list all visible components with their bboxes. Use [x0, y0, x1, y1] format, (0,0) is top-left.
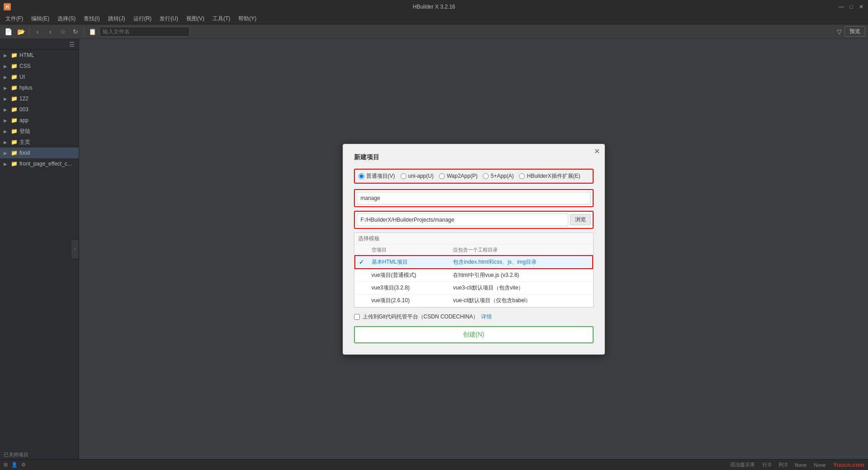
- radio-uniapp[interactable]: uni-app(U): [401, 173, 434, 179]
- sidebar-item-003[interactable]: ▶ 📁 003: [0, 104, 79, 115]
- folder-icon: 📁: [11, 128, 18, 134]
- radio-input-5app[interactable]: [483, 173, 489, 179]
- sidebar-item-front[interactable]: ▶ 📁 front_page_effect_c...: [0, 158, 79, 169]
- sidebar: ☰ ▶ 📁 HTML ▶ 📁 CSS ▶ 📁 UI ▶ 📁 hplus ▶ 📁 …: [0, 39, 79, 459]
- chevron-icon: ▶: [4, 53, 9, 58]
- chevron-icon: ▶: [4, 64, 9, 69]
- folder-icon: 📁: [11, 95, 18, 102]
- chevron-icon: ▶: [4, 151, 9, 156]
- new-file-button[interactable]: 📄: [3, 26, 14, 37]
- template-name-cell: vue3项目(3.2.8): [368, 281, 450, 294]
- chevron-icon: ▶: [4, 96, 9, 101]
- sidebar-item-label: 122: [19, 95, 28, 102]
- file-search-input[interactable]: [99, 27, 190, 37]
- folder-icon: 📁: [11, 139, 18, 145]
- menubar: 文件(F) 编辑(E) 选择(S) 查找(I) 跳转(J) 运行(R) 发行(U…: [0, 14, 868, 24]
- col-indicator: 列:0: [778, 461, 788, 468]
- status-closed-projects: 已关闭项目: [4, 451, 28, 458]
- template-name-cell: 基本HTML项目: [368, 256, 450, 269]
- toolbar-separator-2: [84, 27, 84, 36]
- template-name-cell: vue项目(2.6.10): [368, 294, 450, 307]
- radio-wap2app[interactable]: Wap2App(P): [439, 173, 477, 179]
- sidebar-item-label: food: [19, 150, 30, 156]
- detail-link[interactable]: 详情: [481, 313, 492, 321]
- radio-plugin[interactable]: HBuilderX插件扩展(E): [519, 172, 580, 180]
- menu-file[interactable]: 文件(F): [2, 14, 27, 24]
- close-button[interactable]: ✕: [858, 4, 864, 10]
- star-button[interactable]: ☆: [57, 26, 68, 37]
- maximize-button[interactable]: □: [848, 4, 854, 10]
- forward-button[interactable]: ›: [45, 26, 56, 37]
- menu-edit[interactable]: 编辑(E): [28, 14, 53, 24]
- main-layout: ☰ ▶ 📁 HTML ▶ 📁 CSS ▶ 📁 UI ▶ 📁 hplus ▶ 📁 …: [0, 39, 868, 459]
- check-cell: ✓: [355, 256, 368, 269]
- radio-input-normal[interactable]: [359, 173, 364, 179]
- radio-input-uniapp[interactable]: [401, 173, 406, 179]
- git-checkbox[interactable]: [354, 314, 360, 320]
- new-project-dialog: ✕ 新建项目 普通项目(V) uni-app(U) Wap2App(P): [343, 144, 605, 355]
- template-desc-cell: 包含index.html和css、js、img目录: [449, 256, 592, 269]
- menu-tools[interactable]: 工具(T): [209, 14, 234, 24]
- sidebar-item-label: app: [19, 117, 28, 123]
- template-row-vue2[interactable]: vue项目(2.6.10) vue-cli默认项目（仅包含babel）: [355, 294, 593, 307]
- sidebar-item-homepage[interactable]: ▶ 📁 主页: [0, 137, 79, 147]
- open-file-button[interactable]: 📂: [15, 26, 26, 37]
- statusbar-left-icons: ⊞ 👤 ⚙: [4, 462, 26, 468]
- menu-help[interactable]: 帮助(Y): [235, 14, 260, 24]
- project-name-input[interactable]: [357, 192, 591, 204]
- chevron-icon: ▶: [4, 75, 9, 80]
- watermark: Yuucn.com: [833, 461, 864, 468]
- app-icon: H: [4, 3, 11, 10]
- chevron-icon: ▶: [4, 129, 9, 134]
- create-button[interactable]: 创建(N): [354, 326, 594, 343]
- dialog-close-button[interactable]: ✕: [594, 148, 600, 155]
- chevron-icon: ▶: [4, 161, 9, 166]
- menu-find[interactable]: 查找(I): [80, 14, 103, 24]
- sidebar-item-122[interactable]: ▶ 📁 122: [0, 93, 79, 104]
- template-row-basic-html[interactable]: ✓ 基本HTML项目 包含index.html和css、js、img目录: [355, 256, 593, 269]
- minimize-button[interactable]: —: [838, 4, 844, 10]
- browse-button[interactable]: 浏览: [570, 214, 591, 225]
- sidebar-item-app[interactable]: ▶ 📁 app: [0, 115, 79, 126]
- folder-icon: 📁: [11, 106, 18, 113]
- check-icon: ✓: [359, 258, 364, 266]
- menu-view[interactable]: 视图(V): [183, 14, 208, 24]
- radio-label-wap2app: Wap2App(P): [447, 173, 477, 179]
- sidebar-item-html[interactable]: ▶ 📁 HTML: [0, 50, 79, 61]
- sidebar-item-food[interactable]: ▶ 📁 food: [0, 147, 79, 158]
- sidebar-item-css[interactable]: ▶ 📁 CSS: [0, 61, 79, 71]
- radio-normal-project[interactable]: 普通项目(V): [359, 172, 395, 180]
- template-row-vue-normal[interactable]: vue项目(普通模式) 在html中引用vue.js (v3.2.8): [355, 269, 593, 282]
- menu-publish[interactable]: 发行(U): [156, 14, 182, 24]
- sidebar-item-ui[interactable]: ▶ 📁 UI: [0, 71, 79, 82]
- sidebar-item-label: UI: [19, 74, 25, 80]
- sidebar-item-label: 主页: [19, 138, 30, 146]
- template-row-vue3[interactable]: vue3项目(3.2.8) vue3-cli默认项目（包含vite）: [355, 281, 593, 294]
- refresh-button[interactable]: ↻: [70, 26, 81, 37]
- template-table-body: ✓ 基本HTML项目 包含index.html和css、js、img目录 vue…: [355, 256, 593, 307]
- template-desc-cell: vue3-cli默认项目（包含vite）: [449, 281, 592, 294]
- menu-run[interactable]: 运行(R): [130, 14, 156, 24]
- sidebar-menu-icon[interactable]: ☰: [69, 41, 75, 48]
- folder-icon: 📁: [11, 74, 18, 80]
- sidebar-item-hplus[interactable]: ▶ 📁 hplus: [0, 82, 79, 93]
- row-indicator: 行:0: [762, 461, 771, 468]
- back-button[interactable]: ‹: [32, 26, 43, 37]
- file-icon: 📋: [87, 26, 98, 37]
- project-path-input[interactable]: [357, 214, 568, 226]
- check-cell: [355, 294, 368, 307]
- radio-input-wap2app[interactable]: [439, 173, 445, 179]
- sidebar-item-label: 003: [19, 106, 28, 113]
- menu-goto[interactable]: 跳转(J): [104, 14, 129, 24]
- sidebar-item-label: HTML: [19, 52, 34, 58]
- preview-button[interactable]: 预览: [844, 26, 865, 37]
- radio-5app[interactable]: 5+App(A): [483, 173, 514, 179]
- menu-select[interactable]: 选择(S): [54, 14, 79, 24]
- filter-icon[interactable]: ▽: [837, 28, 842, 35]
- sidebar-item-login[interactable]: ▶ 📁 登陆: [0, 126, 79, 137]
- folder-icon: 📁: [11, 85, 18, 91]
- template-desc-cell: vue-cli默认项目（仅包含babel）: [449, 294, 592, 307]
- radio-input-plugin[interactable]: [519, 173, 525, 179]
- chevron-icon: ▶: [4, 107, 9, 112]
- sidebar-collapse-button[interactable]: ‹: [71, 240, 79, 258]
